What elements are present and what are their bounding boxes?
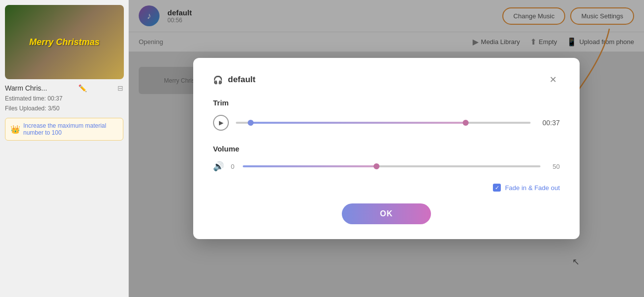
edit-icon[interactable]: ✏️ <box>78 84 87 92</box>
trim-time: 00:37 <box>537 119 560 127</box>
fade-checkbox[interactable]: ✓ <box>493 184 501 192</box>
estimated-time: Estimated time: 00:37 <box>5 95 123 102</box>
trim-row: ▶ 00:37 <box>213 115 560 131</box>
sidebar: Merry Christmas Warm Chris... ✏️ ⊟ Estim… <box>0 0 129 297</box>
ok-btn-container: OK <box>213 203 560 224</box>
checkmark-icon: ✓ <box>495 185 499 191</box>
modal-title-row: 🎧 default <box>213 75 256 85</box>
sidebar-thumbnail: Merry Christmas <box>5 5 124 79</box>
trim-slider[interactable] <box>236 118 531 128</box>
sidebar-title: Warm Chris... <box>5 84 47 92</box>
trim-label: Trim <box>213 99 560 107</box>
volume-row: 🔊 0 50 <box>213 161 560 172</box>
trim-section: Trim ▶ 00:37 <box>213 99 560 131</box>
volume-label: Volume <box>213 145 560 153</box>
headphone-icon: 🎧 <box>213 75 223 85</box>
fade-row: ✓ Fade in & Fade out <box>213 184 560 192</box>
ok-button[interactable]: OK <box>342 203 431 224</box>
volume-track <box>243 165 540 167</box>
modal-close-button[interactable]: ✕ <box>546 73 560 87</box>
upgrade-text[interactable]: Increase the maximum material number to … <box>23 122 118 136</box>
trim-handle-right[interactable] <box>463 120 469 126</box>
trim-track <box>236 122 531 124</box>
play-button[interactable]: ▶ <box>213 115 229 131</box>
crown-icon: 👑 <box>10 125 20 134</box>
modal-overlay: 🎧 default ✕ Trim ▶ 00:37 <box>129 0 644 297</box>
volume-icon: 🔊 <box>213 161 224 172</box>
modal-title: default <box>228 75 256 85</box>
volume-min: 0 <box>231 163 236 170</box>
volume-max: 50 <box>547 163 560 170</box>
volume-handle[interactable] <box>374 163 379 169</box>
layout-icon[interactable]: ⊟ <box>117 84 123 92</box>
main-area: ♪ default 00:56 Change Music Music Setti… <box>129 0 644 297</box>
volume-slider[interactable] <box>243 161 540 171</box>
modal-dialog: 🎧 default ✕ Trim ▶ 00:37 <box>193 58 580 239</box>
volume-section: Volume 🔊 0 50 <box>213 145 560 172</box>
thumbnail-text: Merry Christmas <box>29 37 100 48</box>
fade-label: Fade in & Fade out <box>505 184 560 192</box>
modal-header: 🎧 default ✕ <box>213 73 560 87</box>
files-uploaded: Files Uploaded: 3/50 <box>5 105 123 112</box>
sidebar-title-row: Warm Chris... ✏️ ⊟ <box>5 84 123 92</box>
trim-handle-left[interactable] <box>248 120 254 126</box>
upgrade-banner[interactable]: 👑 Increase the maximum material number t… <box>5 118 123 141</box>
